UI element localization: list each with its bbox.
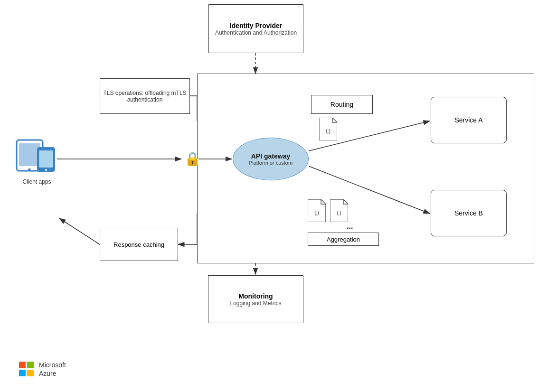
azure-logo: Microsoft Azure <box>19 361 66 378</box>
monitoring-box: Monitoring Logging and Metrics <box>208 275 303 323</box>
gateway-title: API gateway <box>251 152 290 160</box>
client-label: Client apps <box>22 178 51 185</box>
lock-icon: 🔒 <box>184 151 201 167</box>
identity-subtitle: Authentication and Authorization <box>215 29 297 36</box>
json-doc-agg1-icon: {;} <box>308 199 326 222</box>
ellipsis: ... <box>347 222 353 231</box>
api-gateway-box: API gateway Platform or custom <box>233 138 309 180</box>
svg-point-2 <box>28 168 31 171</box>
sq-blue <box>19 370 26 376</box>
sq-yellow <box>27 370 34 376</box>
diagram: Identity Provider Authentication and Aut… <box>0 0 538 392</box>
routing-box: Routing <box>311 95 373 114</box>
azure-squares-icon <box>19 362 34 377</box>
gateway-subtitle: Platform or custom <box>249 160 293 166</box>
monitoring-subtitle: Logging and Metrics <box>230 300 281 307</box>
svg-text:{;}: {;} <box>314 210 319 215</box>
client-device-icon <box>14 138 59 176</box>
service-b-label: Service B <box>454 209 483 217</box>
svg-text:{;}: {;} <box>326 129 330 134</box>
identity-provider-box: Identity Provider Authentication and Aut… <box>208 4 303 53</box>
sq-green <box>27 362 34 368</box>
tls-box: TLS operations: offloading mTLS authenti… <box>100 78 190 114</box>
svg-point-5 <box>45 169 47 171</box>
service-a-box: Service A <box>431 97 507 143</box>
json-doc-agg2-icon: {;} <box>330 199 348 222</box>
identity-title: Identity Provider <box>230 22 282 29</box>
service-a-label: Service A <box>454 116 482 124</box>
azure-text: Microsoft Azure <box>39 361 66 378</box>
client-apps-container: Client apps <box>14 138 59 185</box>
response-caching-box: Response caching <box>100 228 178 261</box>
svg-rect-4 <box>39 150 53 168</box>
monitoring-title: Monitoring <box>238 292 273 300</box>
tls-label: TLS operations: offloading mTLS authenti… <box>100 90 189 103</box>
aggregation-box: Aggregation <box>308 233 379 246</box>
svg-text:{;}: {;} <box>337 210 341 215</box>
svg-line-17 <box>59 218 100 244</box>
aggregation-label-text: Aggregation <box>327 236 360 243</box>
sq-orange <box>19 362 26 368</box>
json-doc-routing-icon: {;} <box>319 118 337 140</box>
response-label: Response caching <box>113 241 164 248</box>
routing-label: Routing <box>330 101 353 108</box>
service-b-box: Service B <box>431 190 507 236</box>
